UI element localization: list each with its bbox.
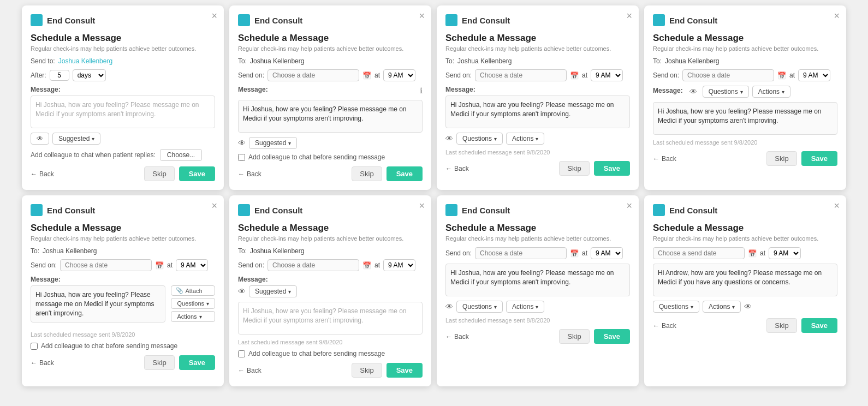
- card-2-sendon-label: Send on:: [238, 71, 264, 79]
- card-1-back[interactable]: ← Back: [31, 170, 54, 178]
- card-2-colleague-checkbox[interactable]: [238, 154, 245, 161]
- card-7-close[interactable]: ×: [626, 201, 632, 211]
- card-7-time-select[interactable]: 9 AM: [591, 247, 623, 259]
- card-2-section-title: Schedule a Message: [238, 33, 423, 44]
- card-3-time-select[interactable]: 9 AM: [591, 69, 623, 81]
- card-3-close[interactable]: ×: [626, 11, 632, 21]
- back-arrow-1: ←: [31, 170, 37, 178]
- card-3-save-btn[interactable]: Save: [594, 161, 630, 176]
- card-6-colleague-checkbox[interactable]: [238, 350, 245, 357]
- card-5-time-select[interactable]: 9 AM: [176, 259, 208, 271]
- card-5-back[interactable]: ← Back: [31, 359, 54, 367]
- card-4-message-box[interactable]: Hi Joshua, how are you feeling? Please m…: [653, 102, 837, 135]
- card-6-back[interactable]: ← Back: [238, 367, 261, 374]
- card-6-footer: ← Back Skip Save: [238, 363, 423, 378]
- card-5-skip-btn[interactable]: Skip: [144, 355, 174, 370]
- card-3-message-box[interactable]: Hi Joshua, how are you feeling? Please m…: [445, 95, 630, 128]
- card-2-suggested-btn[interactable]: Suggested ▾: [249, 137, 297, 149]
- card-8-time-select[interactable]: 9 AM: [769, 247, 801, 259]
- card-1-after-input[interactable]: [50, 70, 69, 81]
- card-6-sendon-row: Send on: 📅 at 9 AM: [238, 259, 423, 271]
- card-4-time-select[interactable]: 9 AM: [798, 69, 830, 81]
- card-5-actions-btn[interactable]: Actions ▾: [171, 311, 215, 322]
- card-3-questions-btn[interactable]: Questions ▾: [456, 133, 503, 145]
- card-4-date-input[interactable]: [682, 69, 774, 81]
- card-7-skip-btn[interactable]: Skip: [559, 329, 589, 344]
- card-4-questions-btn[interactable]: Questions ▾: [703, 86, 749, 98]
- card-7-save-btn[interactable]: Save: [594, 329, 630, 344]
- card-6-skip-btn[interactable]: Skip: [352, 363, 382, 378]
- card-4-sendon-row: Send on: 📅 at 9 AM: [653, 69, 837, 81]
- card-1-sendto-label: Send to:: [31, 57, 55, 65]
- card-8-skip-btn[interactable]: Skip: [766, 318, 796, 333]
- card-6-to-row: To: Joshua Kellenberg: [238, 247, 423, 255]
- card-6-message-box[interactable]: Hi Joshua, how are you feeling? Please m…: [238, 302, 423, 335]
- card-1-sendto-value: Joshua Kellenberg: [58, 57, 112, 65]
- card-2-footer: ← Back Skip Save: [238, 166, 423, 181]
- card-2-message-label: Message:: [238, 86, 268, 93]
- card-7-date-input[interactable]: [475, 247, 567, 259]
- card-2-time-select[interactable]: 9 AM: [383, 69, 415, 81]
- card-7-message-box[interactable]: Hi Joshua, how are you feeling? Please m…: [445, 264, 630, 296]
- card-2-back[interactable]: ← Back: [238, 170, 261, 178]
- card-1-close[interactable]: ×: [211, 11, 217, 21]
- card-2-save-btn[interactable]: Save: [387, 166, 423, 181]
- card-8-message-box[interactable]: Hi Andrew, how are you feeling? Please m…: [653, 264, 837, 296]
- card-2-date-input[interactable]: [267, 69, 359, 81]
- card-1-suggested-btn[interactable]: Suggested ▾: [52, 133, 100, 145]
- card-1-save-btn[interactable]: Save: [179, 166, 215, 181]
- card-5-questions-btn[interactable]: Questions ▾: [171, 298, 215, 309]
- card-6-to-value: Joshua Kellenberg: [250, 247, 304, 255]
- card-8-questions-btn[interactable]: Questions ▾: [653, 301, 699, 313]
- card-2-close[interactable]: ×: [419, 11, 425, 21]
- card-6-suggested-btn[interactable]: Suggested ▾: [249, 285, 297, 297]
- card-3-header: End Consult: [445, 14, 630, 26]
- card-6-close[interactable]: ×: [419, 201, 425, 211]
- card-5-message-box[interactable]: Hi Joshua, how are you feeling? Please m…: [31, 285, 165, 323]
- card-7-actions-btn[interactable]: Actions ▾: [506, 301, 544, 313]
- card-6-colleague-row: Add colleague to chat before sending mes…: [238, 350, 423, 357]
- card-4-sendon-label: Send on:: [653, 71, 679, 79]
- card-4-save-btn[interactable]: Save: [801, 151, 837, 166]
- card-1-choose-btn[interactable]: Choose...: [160, 149, 202, 161]
- card-4-back[interactable]: ← Back: [653, 155, 676, 163]
- card-8-back-label: Back: [662, 322, 676, 330]
- card-3-date-input[interactable]: [475, 69, 567, 81]
- card-4-skip-btn[interactable]: Skip: [766, 151, 796, 166]
- card-4-close[interactable]: ×: [834, 11, 840, 21]
- card-7-back[interactable]: ← Back: [445, 333, 469, 341]
- card-1-toolbar: 👁 Suggested ▾: [31, 133, 215, 145]
- card-7-questions-btn[interactable]: Questions ▾: [456, 301, 503, 313]
- card-5-date-input[interactable]: [60, 259, 152, 271]
- card-1-skip-btn[interactable]: Skip: [144, 166, 174, 181]
- card-1-message-box[interactable]: Hi Joshua, how are you feeling? Please m…: [31, 95, 215, 128]
- card-6-time-select[interactable]: 9 AM: [383, 259, 415, 271]
- card-5-save-btn[interactable]: Save: [179, 355, 215, 370]
- card-3-actions-btn[interactable]: Actions ▾: [506, 133, 544, 145]
- card-5-message-label: Message:: [31, 276, 215, 283]
- card-6-at-label: at: [374, 261, 380, 269]
- card-2-skip-btn[interactable]: Skip: [352, 166, 382, 181]
- card-2-message-box[interactable]: Hi Joshua, how are you feeling? Please m…: [238, 100, 423, 133]
- card-4-actions-btn[interactable]: Actions ▾: [752, 86, 790, 98]
- card-8-close[interactable]: ×: [834, 201, 840, 211]
- card-8-actions-btn[interactable]: Actions ▾: [703, 301, 741, 313]
- card-8-icon: [653, 204, 665, 216]
- card-3-back[interactable]: ← Back: [445, 165, 469, 172]
- card-5-attach-btn[interactable]: 📎 Attach: [171, 285, 215, 296]
- card-8-date-input[interactable]: [653, 247, 745, 259]
- card-3-skip-btn[interactable]: Skip: [559, 161, 589, 176]
- card-4-to-label: To:: [653, 57, 662, 65]
- card-8-save-btn[interactable]: Save: [801, 318, 837, 333]
- card-5-colleague-checkbox[interactable]: [31, 343, 38, 350]
- eye-icon-7: 👁: [445, 302, 453, 311]
- card-1-after-unit[interactable]: days hours: [73, 69, 106, 81]
- card-8-back[interactable]: ← Back: [653, 322, 676, 330]
- card-6-to-label: To:: [238, 247, 247, 255]
- card-3-at-label: at: [582, 71, 587, 79]
- card-5-close[interactable]: ×: [211, 201, 217, 211]
- card-5-title: End Consult: [47, 206, 95, 215]
- card-6-date-input[interactable]: [267, 259, 359, 271]
- card-1-eye-btn[interactable]: 👁: [31, 133, 49, 145]
- card-6-save-btn[interactable]: Save: [387, 363, 423, 378]
